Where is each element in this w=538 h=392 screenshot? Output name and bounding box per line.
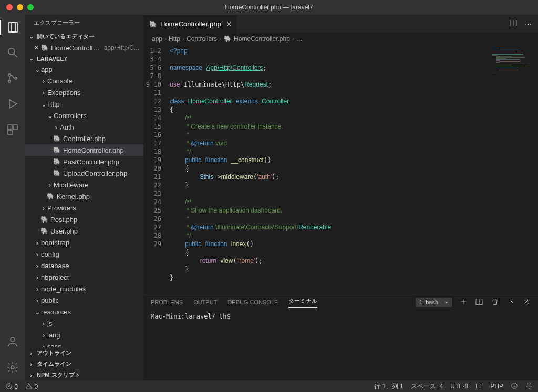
extensions-tab[interactable] [6, 123, 19, 137]
tree-item[interactable]: ›bootstrap [25, 237, 143, 248]
status-position[interactable]: 行 1、列 1 [374, 382, 404, 391]
tree-item[interactable]: ›Providers [25, 202, 143, 214]
status-encoding[interactable]: UTF-8 [450, 383, 468, 390]
chevron-icon: › [40, 204, 47, 212]
debug-tab[interactable] [6, 98, 19, 112]
tree-item[interactable]: ⌄Http [25, 98, 143, 110]
svg-line-3 [14, 54, 17, 57]
status-errors[interactable]: 0 [5, 383, 18, 390]
tree-item[interactable]: ›lang [25, 329, 143, 341]
svg-point-4 [8, 74, 11, 76]
tree-item[interactable]: ⌄resources [25, 306, 143, 317]
chevron-icon: › [34, 273, 41, 281]
code-editor[interactable]: 1 2 3 4 5 6 7 8 9 10 11 12 13 14 15 16 1… [143, 45, 538, 294]
sidebar: エクスプローラー ⌄開いているエディター ✕ 🐘 HomeController.… [25, 15, 143, 380]
svg-point-6 [15, 77, 17, 79]
close-editor-icon[interactable]: ✕ [34, 44, 39, 51]
tree-item[interactable]: 🐘PostController.php [25, 156, 143, 167]
npm-section[interactable]: ›NPM スクリプト [25, 369, 143, 380]
close-tab-icon[interactable]: ✕ [226, 20, 232, 28]
status-feedback-icon[interactable] [511, 382, 518, 391]
tree-item[interactable]: ⌄Controllers [25, 110, 143, 121]
tree-item[interactable]: 🐘Controller.php [25, 133, 143, 144]
tree-item[interactable]: ›Auth [25, 121, 143, 133]
settings-icon[interactable] [6, 361, 19, 375]
chevron-icon: ⌄ [46, 112, 54, 120]
kill-terminal-icon[interactable] [491, 298, 499, 307]
tree-item[interactable]: 🐘Kernel.php [25, 190, 143, 202]
breadcrumb-item[interactable]: 🐘HomeController.php [223, 35, 290, 43]
breadcrumb-item[interactable]: … [296, 35, 303, 43]
project-section[interactable]: ⌄LARAVEL7 [25, 54, 143, 63]
minimize-window[interactable] [17, 4, 23, 10]
open-editor-item[interactable]: ✕ 🐘 HomeController.php app/Http/C... [25, 42, 143, 54]
line-numbers: 1 2 3 4 5 6 7 8 9 10 11 12 13 14 15 16 1… [143, 45, 170, 294]
svg-point-24 [512, 383, 518, 388]
activity-bar [0, 15, 25, 380]
chevron-icon: › [40, 77, 47, 85]
open-editors-section[interactable]: ⌄開いているエディター [25, 31, 143, 42]
breadcrumb-item[interactable]: Http [169, 35, 180, 43]
chevron-icon: ⌄ [34, 66, 41, 73]
breadcrumbs[interactable]: app›Http›Controllers›🐘HomeController.php… [143, 33, 538, 45]
outline-section[interactable]: ›アウトライン [25, 347, 143, 358]
php-icon: 🐘 [53, 135, 61, 142]
panel-tab-output[interactable]: OUTPUT [193, 299, 217, 305]
chevron-icon: › [34, 262, 41, 270]
tree-item[interactable]: 🐘User.php [25, 225, 143, 237]
code-content[interactable]: <?php namespace App\Http\Controllers; us… [170, 45, 538, 294]
search-tab[interactable] [6, 46, 19, 60]
timeline-section[interactable]: ›タイムライン [25, 358, 143, 369]
status-language[interactable]: PHP [490, 383, 503, 390]
scm-tab[interactable] [6, 72, 19, 86]
tree-item[interactable]: 🐘UploadController.php [25, 167, 143, 179]
tree-item[interactable]: ›js [25, 317, 143, 329]
terminal-content[interactable]: Mac-Mini:laravel7 th$ [143, 310, 538, 380]
svg-marker-7 [9, 100, 17, 108]
close-panel-icon[interactable] [522, 298, 531, 307]
maximize-panel-icon[interactable] [506, 298, 515, 307]
account-icon[interactable] [6, 335, 19, 349]
status-bell-icon[interactable] [525, 382, 533, 391]
split-terminal-icon[interactable] [475, 298, 483, 307]
chevron-icon: › [53, 123, 60, 131]
close-window[interactable] [6, 4, 13, 10]
php-icon: 🐘 [149, 20, 157, 28]
tree-item[interactable]: ›Middleware [25, 179, 143, 190]
new-terminal-icon[interactable] [459, 298, 468, 307]
file-tree: ⌄app›Console›Exceptions⌄Http⌄Controllers… [25, 63, 143, 347]
svg-rect-9 [13, 125, 17, 129]
tree-item[interactable]: 🐘HomeController.php [25, 144, 143, 156]
editor-tab[interactable]: 🐘 HomeController.php ✕ [143, 15, 237, 33]
tree-item[interactable]: ›database [25, 260, 143, 271]
zoom-window[interactable] [27, 4, 34, 10]
tree-item[interactable]: ⌄app [25, 63, 143, 75]
more-actions-icon[interactable]: ⋯ [525, 20, 532, 28]
breadcrumb-item[interactable]: Controllers [187, 35, 217, 43]
titlebar: HomeController.php — laravel7 [0, 0, 538, 15]
tree-item[interactable]: ›Exceptions [25, 87, 143, 98]
explorer-tab[interactable] [0, 20, 25, 35]
tree-item[interactable]: ›node_modules [25, 283, 143, 294]
status-warnings[interactable]: 0 [25, 383, 38, 390]
tree-item[interactable]: ›sass [25, 341, 143, 347]
tree-item[interactable]: ›Console [25, 75, 143, 87]
tree-item[interactable]: ›nbproject [25, 271, 143, 283]
chevron-icon: ⌄ [40, 100, 47, 108]
panel-tabs: PROBLEMS OUTPUT DEBUG CONSOLE ターミナル 1: b… [143, 294, 538, 310]
tree-item[interactable]: ›config [25, 248, 143, 260]
split-editor-icon[interactable] [509, 19, 518, 29]
terminal-selector[interactable]: 1: bash [416, 298, 452, 307]
panel-tab-terminal[interactable]: ターミナル [288, 297, 317, 308]
chevron-icon: › [34, 296, 41, 304]
status-eol[interactable]: LF [475, 383, 483, 390]
panel-tab-problems[interactable]: PROBLEMS [151, 299, 183, 305]
tree-item[interactable]: ›public [25, 294, 143, 306]
svg-point-2 [8, 48, 15, 55]
panel-tab-debug[interactable]: DEBUG CONSOLE [227, 299, 278, 305]
tree-item[interactable]: 🐘Post.php [25, 214, 143, 225]
status-spaces[interactable]: スペース: 4 [411, 382, 443, 391]
breadcrumb-item[interactable]: app [152, 35, 162, 43]
minimap[interactable] [492, 48, 534, 73]
chevron-icon: › [34, 285, 41, 293]
